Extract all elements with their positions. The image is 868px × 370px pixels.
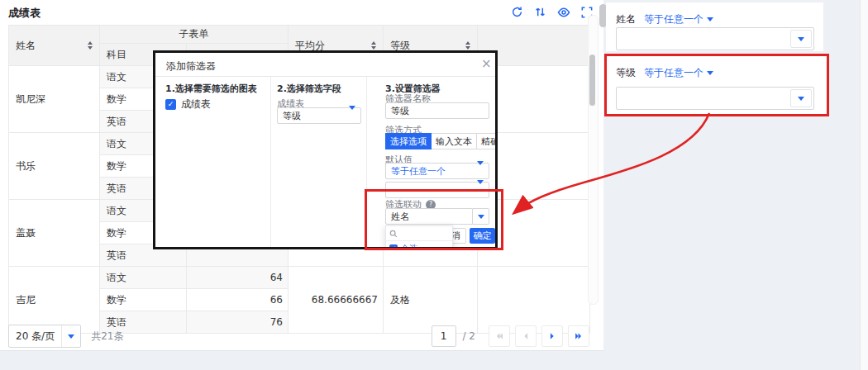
subject-cell: 语文: [100, 267, 187, 289]
caret-down-icon: [477, 184, 489, 196]
name-cell: 盖聂: [9, 200, 100, 267]
caret-down-icon: [473, 208, 489, 225]
score-cell: 66: [187, 289, 289, 311]
column-header-subform: 子表单: [100, 26, 289, 44]
table-toolbar: [510, 5, 594, 19]
page-size-select[interactable]: 20 条/页: [8, 325, 81, 348]
search-icon: [389, 230, 398, 238]
filter-name-value-select[interactable]: [616, 27, 814, 50]
field-select[interactable]: 等级: [277, 107, 361, 124]
chart-checkbox-row[interactable]: ✓ 成绩表: [165, 97, 211, 111]
caret-down-icon: [707, 17, 713, 21]
close-icon[interactable]: ×: [481, 56, 492, 71]
sort-carets-icon[interactable]: [371, 41, 376, 50]
mode-exact-query[interactable]: 精确查询: [476, 133, 498, 149]
name-cell: 书乐: [9, 133, 100, 200]
last-page-button[interactable]: [568, 325, 589, 347]
sort-icon[interactable]: [533, 5, 547, 19]
annotation-box-grade-filter: 等级 等于任意一个: [604, 54, 829, 116]
sort-carets-icon[interactable]: [88, 41, 93, 50]
page-number-input[interactable]: 1: [432, 325, 456, 347]
table-row: 吉尼 语文 64 68.66666667 及格: [9, 267, 590, 289]
dashboard-page: 成绩表 姓名 子表单: [0, 0, 868, 370]
filter-name-input[interactable]: 等级: [385, 102, 489, 119]
total-pages: / 2: [463, 330, 476, 342]
confirm-button[interactable]: 确定: [470, 228, 495, 244]
filter-name-label: 姓名: [616, 12, 636, 26]
caret-down-icon: [477, 165, 489, 177]
filter-mode-group: 选择选项 输入文本 精确查询: [385, 133, 498, 149]
refresh-icon[interactable]: [510, 5, 524, 19]
browser-scrollbar-track[interactable]: [860, 0, 868, 370]
mode-select-option[interactable]: 选择选项: [385, 133, 432, 149]
score-cell: 64: [187, 267, 289, 289]
modal-title: 添加筛选器: [166, 59, 216, 74]
caret-down-icon: [61, 325, 80, 347]
name-cell: 凯尼深: [9, 66, 100, 133]
filter-card-name: 姓名 等于任意一个: [606, 2, 823, 51]
subject-cell: 数学: [100, 289, 187, 311]
checkbox-checked-icon[interactable]: ✓: [389, 244, 398, 250]
caret-down-icon: [349, 110, 360, 121]
column-header-name[interactable]: 姓名: [9, 26, 100, 66]
filter-grade-label: 等级: [616, 66, 636, 80]
step1-label: 1.选择需要筛选的图表: [165, 83, 257, 95]
caret-down-icon: [790, 89, 812, 107]
next-page-button[interactable]: [541, 325, 563, 347]
sort-carets-icon[interactable]: [465, 41, 470, 50]
total-count: 共21条: [91, 330, 123, 344]
filter-operator-dropdown[interactable]: 等于任意一个: [644, 66, 713, 80]
linkage-dropdown-panel: ✓ 全选 ✓ 姓名: [385, 225, 453, 249]
modal-divider: [155, 76, 495, 77]
table-header-row: 姓名 子表单 平均分 等级: [9, 26, 590, 44]
eye-icon[interactable]: [556, 5, 570, 19]
pagination-bar: 20 条/页 共21条 1 / 2: [8, 324, 589, 349]
dropdown-search-input[interactable]: [386, 226, 452, 241]
prev-page-button[interactable]: [515, 325, 537, 347]
default-value-select[interactable]: 等于任意一个: [385, 163, 489, 179]
mode-input-text[interactable]: 输入文本: [431, 133, 477, 149]
caret-down-icon: [707, 71, 713, 75]
filter-grade-value-select[interactable]: [616, 87, 814, 110]
step2-label: 2.选择筛选字段: [277, 83, 341, 95]
add-filter-modal: 添加筛选器 × 1.选择需要筛选的图表 ✓ 成绩表 2.选择筛选字段 成绩表 等…: [153, 50, 498, 249]
first-page-button[interactable]: [489, 325, 510, 347]
linkage-select[interactable]: 姓名: [385, 208, 489, 225]
chart-checkbox-label: 成绩表: [181, 97, 211, 111]
page-title: 成绩表: [8, 6, 41, 21]
caret-down-icon: [790, 30, 812, 48]
checkbox-checked-icon[interactable]: ✓: [165, 99, 176, 110]
dropdown-option-select-all[interactable]: ✓ 全选: [386, 241, 452, 249]
default-option-select[interactable]: [385, 182, 489, 198]
table-scrollbar-thumb[interactable]: [589, 55, 595, 106]
filter-operator-dropdown[interactable]: 等于任意一个: [644, 12, 713, 26]
